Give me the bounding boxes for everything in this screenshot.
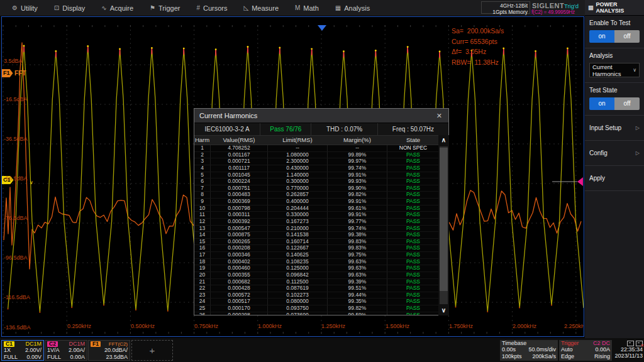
plus-icon: + — [150, 345, 155, 356]
harmonic-row[interactable]: 250.0001700.09375099.82%PASS — [194, 305, 439, 312]
menu-item-label: Measure — [252, 4, 279, 12]
scrollbar[interactable]: ∧ ∨ — [438, 135, 449, 315]
harmonic-row[interactable]: 260.0002980.07360099.59%PASS — [194, 312, 439, 315]
freq-readout-dialog: Freq : 50.07Hz — [378, 123, 448, 135]
harmonic-row[interactable]: 110.0003110.33000099.91%PASS — [194, 212, 439, 219]
system-info: 4GHz-12Bit 1Gpts Memory — [481, 1, 530, 14]
harmonic-row[interactable]: 190.0004600.12500099.63%PASS — [194, 265, 439, 272]
dialog-summary-row: IEC61000-3-2 A Pass 76/76 THD : 0.07% Fr… — [194, 123, 448, 136]
test-state-on-button[interactable]: on — [589, 97, 614, 110]
harmonic-row[interactable]: 230.0005720.10227399.44%PASS — [194, 292, 439, 299]
dialog-title: Current Harmonics — [199, 112, 257, 119]
harmonic-row[interactable]: 180.0004020.10823599.63%PASS — [194, 259, 439, 266]
menu-item-math[interactable]: MMath — [287, 0, 327, 16]
harmonic-row[interactable]: 120.0003920.16727399.77%PASS — [194, 219, 439, 226]
system-info-line2: 1Gpts Memory — [482, 9, 528, 15]
harmonic-row[interactable]: 200.0003550.09684299.63%PASS — [194, 272, 439, 279]
f1-math-box[interactable]: F1FFT(C2) 20.0dBA/ 23.5dBA — [88, 340, 130, 361]
cursors-icon: # — [196, 4, 200, 11]
timebase-box[interactable]: Timebase 0.00s50.0ms/div 100kpts200kSa/s — [500, 340, 558, 361]
analysis-select[interactable]: Current Harmonics ∨ — [589, 63, 640, 77]
test-state-label: Test State — [589, 87, 640, 94]
status-bar: C1DC1M 1X2.00V/ FULL0.00V C2DC1M 1V/A2.0… — [0, 338, 644, 362]
current-harmonics-dialog: Current Harmonics ✕ IEC61000-3-2 A Pass … — [194, 108, 449, 315]
standard-label: IEC61000-3-2 A — [194, 123, 260, 135]
system-info-line1: 4GHz-12Bit — [482, 3, 528, 9]
scroll-thumb[interactable] — [440, 148, 448, 291]
harmonic-row[interactable]: 80.0004830.26285799.82%PASS — [194, 192, 439, 199]
submenu-arrow-icon: ▷ — [636, 150, 640, 156]
menu-item-label: Math — [303, 4, 318, 12]
harmonic-row[interactable]: 14.708252----NON SPEC — [194, 145, 439, 152]
col-margin: Margin(%) — [328, 136, 387, 145]
harmonic-row[interactable]: 240.0005170.08000099.35%PASS — [194, 299, 439, 305]
menu-item-label: Analysis — [344, 4, 370, 12]
enable-toggle: on off — [589, 30, 640, 43]
thd-readout: THD : 0.07% — [311, 123, 377, 135]
harmonic-row[interactable]: 220.0004280.08761999.51%PASS — [194, 285, 439, 292]
harmonic-row[interactable]: 150.0002650.16071499.83%PASS — [194, 239, 439, 246]
harmonic-row[interactable]: 60.0002240.30000099.93%PASS — [194, 178, 439, 185]
time: 22:35:34 — [613, 346, 643, 353]
table-header: Harm Value(RMS) Limit(RMS) Margin(%) Sta… — [194, 136, 439, 145]
input-setup-button[interactable]: Input Setup ▷ — [585, 116, 644, 141]
c1-channel-box[interactable]: C1DC1M 1X2.00V/ FULL0.00V — [1, 340, 44, 361]
harmonic-row[interactable]: 30.0007212.30000099.97%PASS — [194, 158, 439, 165]
menu-item-analysis[interactable]: ▦Analysis — [327, 0, 378, 16]
enable-off-button[interactable]: off — [614, 30, 640, 43]
menu-item-display[interactable]: ⊡Display — [46, 0, 93, 16]
harmonic-row[interactable]: 20.0011671.08000099.89%PASS — [194, 152, 439, 159]
analysis-label: Analysis — [589, 52, 640, 59]
col-limit: Limit(RMS) — [268, 136, 328, 145]
menu-item-trigger[interactable]: ⚑Trigger — [142, 0, 188, 16]
harmonic-row[interactable]: 100.0007980.20444499.61%PASS — [194, 206, 439, 212]
menu-item-label: Acquire — [110, 4, 133, 12]
scroll-down-icon[interactable]: ∨ — [438, 305, 449, 315]
c1-badge: C1 — [4, 341, 14, 347]
menu-item-utility[interactable]: ⚙Utility — [4, 0, 46, 16]
c2-badge: C2 — [47, 341, 58, 347]
oscilloscope-app: ⚙Utility⊡Display∿Acquire⚑Trigger#Cursors… — [0, 0, 644, 362]
col-harm: Harm — [194, 136, 211, 145]
frequency-readout: f(C2) = 49.99959Hz — [531, 9, 575, 15]
submenu-arrow-icon: ▷ — [636, 125, 640, 131]
close-icon[interactable]: ✕ — [435, 112, 443, 120]
clock: 22:35:34 2023/11/13 — [613, 340, 643, 361]
config-button[interactable]: Config ▷ — [585, 141, 644, 166]
fft-info: Sa= 200.00kSa/sCurr= 65536ptsΔf= 3.05HzR… — [452, 26, 504, 67]
enable-on-button[interactable]: on — [589, 30, 614, 43]
trigger-flag-icon: ⚑ — [150, 4, 155, 11]
harmonic-row[interactable]: 90.0003690.40000099.91%PASS — [194, 199, 439, 206]
f1-badge: F1 — [91, 341, 101, 347]
lan-icon — [627, 341, 634, 346]
menu-item-cursors[interactable]: #Cursors — [188, 0, 235, 16]
harmonic-row[interactable]: 70.0007510.77000099.90%PASS — [194, 185, 439, 192]
scroll-track[interactable] — [440, 146, 448, 304]
menu-item-label: Trigger — [158, 4, 180, 12]
chevron-down-icon: ∨ — [633, 67, 636, 73]
measure-triangle-icon: ◺ — [244, 4, 249, 11]
trigger-box[interactable]: TriggerC2 DC Auto0.00A EdgeRising — [559, 340, 612, 361]
date: 2023/11/13 — [613, 353, 643, 359]
menu-item-label: Utility — [21, 4, 38, 12]
dialog-titlebar[interactable]: Current Harmonics ✕ — [194, 109, 448, 123]
menu-item-label: Display — [62, 4, 85, 12]
c2-channel-box[interactable]: C2DC1M 1V/A2.00A/ FULL0.00A — [45, 340, 87, 361]
add-channel-button[interactable]: + — [131, 340, 173, 361]
harmonic-row[interactable]: 50.0010451.14000099.91%PASS — [194, 172, 439, 179]
harmonic-row[interactable]: 170.0003460.14062599.75%PASS — [194, 252, 439, 259]
harmonic-row[interactable]: 40.0011170.43000099.74%PASS — [194, 165, 439, 172]
menu-item-acquire[interactable]: ∿Acquire — [93, 0, 142, 16]
test-state-off-button[interactable]: off — [614, 97, 640, 110]
f1-fft-label: FFT — [14, 70, 26, 77]
harmonic-row[interactable]: 140.0008750.14153899.38%PASS — [194, 232, 439, 239]
harmonics-table: 14.708252----NON SPEC20.0011671.08000099… — [194, 145, 439, 315]
scroll-up-icon[interactable]: ∧ — [438, 135, 449, 145]
harmonic-row[interactable]: 130.0005470.21000099.74%PASS — [194, 226, 439, 233]
pass-summary: Pass 76/76 — [260, 123, 311, 135]
menu-item-measure[interactable]: ◺Measure — [236, 0, 287, 16]
harmonic-row[interactable]: 160.0002080.12266799.83%PASS — [194, 245, 439, 252]
test-state-toggle: on off — [589, 97, 640, 110]
apply-button[interactable]: Apply — [585, 166, 644, 191]
harmonic-row[interactable]: 210.0006820.11250099.39%PASS — [194, 279, 439, 286]
